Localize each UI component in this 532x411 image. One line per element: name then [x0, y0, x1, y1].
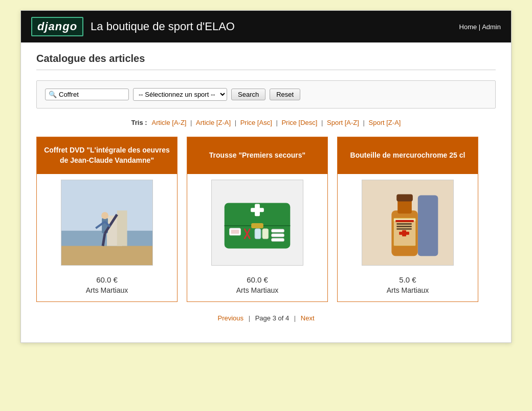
svg-rect-3: [61, 246, 152, 265]
pagination: Previous | Page 3 of 4 | Next: [36, 314, 496, 327]
svg-rect-25: [272, 234, 284, 237]
product-info: 60.0 € Arts Martiaux: [187, 271, 327, 301]
product-card[interactable]: Trousse "Premiers secours": [187, 137, 328, 302]
pagination-next[interactable]: Next: [301, 314, 315, 322]
product-price: 60.0 €: [43, 275, 171, 284]
svg-rect-5: [117, 210, 127, 246]
nav-home-link[interactable]: Home: [459, 23, 477, 31]
sort-price-asc[interactable]: Price [Asc]: [240, 119, 272, 126]
page-wrapper: django La boutique de sport d'ELAO Home …: [20, 10, 512, 343]
svg-rect-22: [255, 229, 261, 239]
page-heading: Catalogue des articles: [36, 53, 496, 70]
products-grid: Coffret DVD "L'intégrale des oeuvres de …: [36, 137, 496, 302]
sort-bar: Tris : Article [A-Z] | Article [Z-A] | P…: [36, 119, 496, 126]
svg-rect-19: [231, 230, 239, 234]
product-category: Arts Martiaux: [344, 286, 472, 294]
svg-rect-30: [397, 200, 412, 214]
sort-article-za[interactable]: Article [Z-A]: [196, 119, 231, 126]
product-title: Trousse "Premiers secours": [187, 137, 327, 174]
sort-article-az[interactable]: Article [A-Z]: [152, 119, 187, 126]
svg-point-7: [101, 212, 108, 219]
product-price: 5.0 €: [344, 275, 472, 284]
search-input[interactable]: [59, 91, 125, 98]
product-image-wrapper: [37, 174, 177, 271]
sport-select[interactable]: -- Sélectionnez un sport --: [133, 88, 227, 101]
svg-rect-31: [396, 194, 413, 202]
product-price: 60.0 €: [193, 275, 321, 284]
svg-rect-23: [262, 229, 269, 239]
product-image-wrapper: [338, 174, 478, 271]
product-category: Arts Martiaux: [43, 286, 171, 294]
header-nav: Home | Admin: [459, 23, 501, 31]
product-image-wrapper: [187, 174, 327, 271]
sort-sport-za[interactable]: Sport [Z-A]: [369, 119, 401, 126]
product-title: Bouteille de mercurochrome 25 cl: [338, 137, 478, 174]
product-category: Arts Martiaux: [193, 286, 321, 294]
django-logo: django: [31, 17, 83, 36]
svg-rect-17: [255, 204, 260, 216]
search-button[interactable]: Search: [231, 89, 265, 100]
product-image: [362, 180, 454, 266]
header-title: La boutique de sport d'ELAO: [91, 20, 235, 33]
pagination-page-info: Page 3 of 4: [255, 314, 290, 322]
svg-rect-39: [392, 221, 416, 255]
pagination-previous[interactable]: Previous: [217, 314, 243, 322]
product-image: [211, 180, 303, 266]
svg-rect-15: [251, 223, 263, 228]
reset-button[interactable]: Reset: [270, 89, 300, 100]
product-info: 5.0 € Arts Martiaux: [338, 271, 478, 301]
main-content: Catalogue des articles 🔍 -- Sélectionnez…: [21, 42, 511, 342]
product-info: 60.0 € Arts Martiaux: [37, 271, 177, 301]
svg-rect-26: [272, 239, 284, 242]
sort-label: Tris :: [131, 119, 147, 126]
sort-price-desc[interactable]: Price [Desc]: [281, 119, 317, 126]
nav-admin-link[interactable]: Admin: [482, 23, 501, 31]
product-card[interactable]: Bouteille de mercurochrome 25 cl: [337, 137, 478, 302]
svg-rect-28: [418, 196, 438, 256]
search-input-wrapper: 🔍: [45, 89, 129, 100]
product-card[interactable]: Coffret DVD "L'intégrale des oeuvres de …: [36, 137, 178, 302]
search-icon: 🔍: [49, 91, 57, 98]
product-image: [61, 180, 153, 266]
header: django La boutique de sport d'ELAO Home …: [21, 11, 511, 42]
product-title: Coffret DVD "L'intégrale des oeuvres de …: [37, 137, 177, 174]
svg-rect-24: [272, 229, 284, 232]
sort-sport-az[interactable]: Sport [A-Z]: [327, 119, 359, 126]
header-left: django La boutique de sport d'ELAO: [31, 17, 235, 36]
search-bar: 🔍 -- Sélectionnez un sport -- Search Res…: [36, 80, 496, 109]
